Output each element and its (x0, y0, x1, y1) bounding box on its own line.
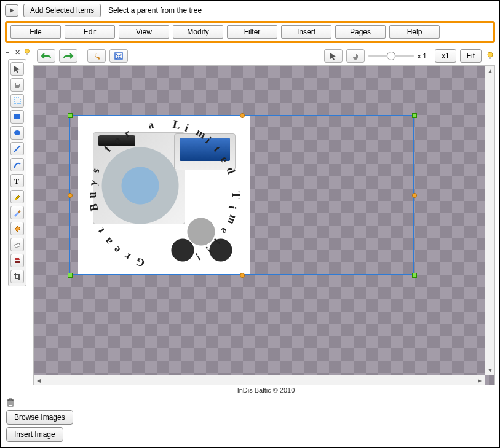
zoom-slider[interactable]: x 1 (368, 52, 431, 60)
pointer-icon (329, 52, 338, 60)
footer-text: InDis Baltic © 2010 (33, 385, 499, 395)
app-frame: Add Selected Items Select a parent from … (0, 0, 500, 448)
scroll-left-icon[interactable]: ◂ (34, 375, 44, 385)
tool-crop[interactable] (10, 270, 24, 283)
top-hint: Select a parent from the tree (108, 6, 202, 15)
svg-point-5 (14, 130, 20, 135)
tool-line[interactable] (10, 142, 24, 155)
cursor-mode-button[interactable] (324, 49, 343, 63)
panel-controls: − ✕ (3, 48, 31, 57)
svg-rect-4 (14, 114, 20, 119)
svg-marker-0 (10, 8, 14, 13)
menu-insert[interactable]: Insert (281, 25, 331, 39)
expand-button[interactable] (5, 4, 18, 17)
svg-rect-10 (15, 261, 20, 263)
svg-text:T: T (14, 177, 19, 185)
tool-stamp[interactable] (10, 254, 24, 267)
add-selected-button[interactable]: Add Selected Items (23, 4, 101, 17)
browse-images-button[interactable]: Browse Images (6, 410, 73, 425)
svg-rect-11 (115, 53, 122, 59)
tool-fill[interactable] (10, 222, 24, 235)
tool-pointer[interactable] (10, 62, 24, 76)
bottom-area: Browse Images Insert Image (1, 395, 499, 447)
menubar: File Edit View Modify Filter Insert Page… (5, 21, 495, 43)
right-column: x 1 x1 Fit Great Buys for a Limited Time… (33, 47, 499, 395)
top-strip: Add Selected Items Select a parent from … (1, 1, 499, 20)
menu-pages[interactable]: Pages (335, 25, 386, 39)
selection-handle[interactable] (412, 193, 417, 198)
slider-thumb[interactable] (387, 52, 395, 60)
svg-point-1 (25, 49, 30, 53)
top-toolbar: x 1 x1 Fit (33, 47, 499, 65)
selection-box[interactable] (69, 115, 414, 275)
tool-eyedropper[interactable] (10, 190, 24, 203)
insert-image-button[interactable]: Insert Image (6, 427, 63, 442)
svg-point-12 (488, 52, 493, 57)
zoom-reset-button[interactable]: x1 (435, 49, 456, 63)
minimize-icon[interactable]: − (3, 48, 12, 57)
wrench-icon (92, 52, 101, 60)
scroll-up-icon[interactable]: ▴ (485, 66, 494, 76)
tool-ellipse[interactable] (10, 126, 24, 140)
zoom-label: x 1 (418, 52, 431, 60)
left-column: − ✕ T (1, 47, 33, 395)
selection-handle[interactable] (412, 273, 417, 278)
selection-handle[interactable] (68, 273, 73, 278)
fit-screen-button[interactable] (109, 49, 128, 63)
tool-hand[interactable] (10, 78, 24, 92)
selection-handle[interactable] (412, 113, 417, 118)
tool-eraser[interactable] (10, 238, 24, 251)
horizontal-scrollbar[interactable]: ◂ ▸ (34, 375, 485, 385)
expand-icon (114, 52, 124, 60)
svg-rect-9 (15, 243, 20, 248)
tool-rect-select[interactable] (10, 94, 24, 108)
vertical-scrollbar[interactable]: ▴ ▾ (485, 66, 494, 375)
close-icon[interactable]: ✕ (13, 48, 22, 57)
selection-handle[interactable] (68, 193, 73, 198)
undo-button[interactable] (37, 49, 55, 63)
canvas[interactable]: Great Buys for a Limited Time!!! ▴ ▾ ◂ ▸ (33, 65, 495, 385)
selection-handle[interactable] (68, 113, 73, 118)
svg-line-6 (14, 146, 20, 152)
menu-file[interactable]: File (10, 25, 61, 39)
hand-icon (351, 52, 360, 60)
menu-help[interactable]: Help (389, 25, 440, 39)
svg-rect-13 (489, 57, 491, 59)
selection-handle[interactable] (240, 113, 245, 118)
bulb-icon (23, 48, 31, 57)
tool-rect[interactable] (10, 110, 24, 124)
menu-edit[interactable]: Edit (65, 25, 115, 39)
tool-pen[interactable] (10, 158, 24, 171)
zoom-fit-button[interactable]: Fit (460, 49, 482, 63)
scroll-right-icon[interactable]: ▸ (475, 375, 485, 385)
svg-rect-2 (26, 53, 28, 55)
editor: − ✕ T (1, 47, 499, 395)
scroll-down-icon[interactable]: ▾ (485, 365, 494, 375)
bulb-icon (485, 51, 495, 61)
pan-mode-button[interactable] (346, 49, 365, 63)
tool-text[interactable]: T (10, 174, 24, 187)
menu-filter[interactable]: Filter (227, 25, 277, 39)
play-icon (9, 7, 15, 14)
trash-icon[interactable] (6, 398, 15, 407)
menu-modify[interactable]: Modify (173, 25, 223, 39)
tool-brush[interactable] (10, 206, 24, 219)
tool-rail: T (8, 59, 26, 286)
settings-button[interactable] (87, 49, 106, 63)
redo-button[interactable] (59, 49, 77, 63)
selection-handle[interactable] (240, 273, 245, 278)
menu-view[interactable]: View (119, 25, 169, 39)
svg-rect-3 (14, 98, 20, 104)
